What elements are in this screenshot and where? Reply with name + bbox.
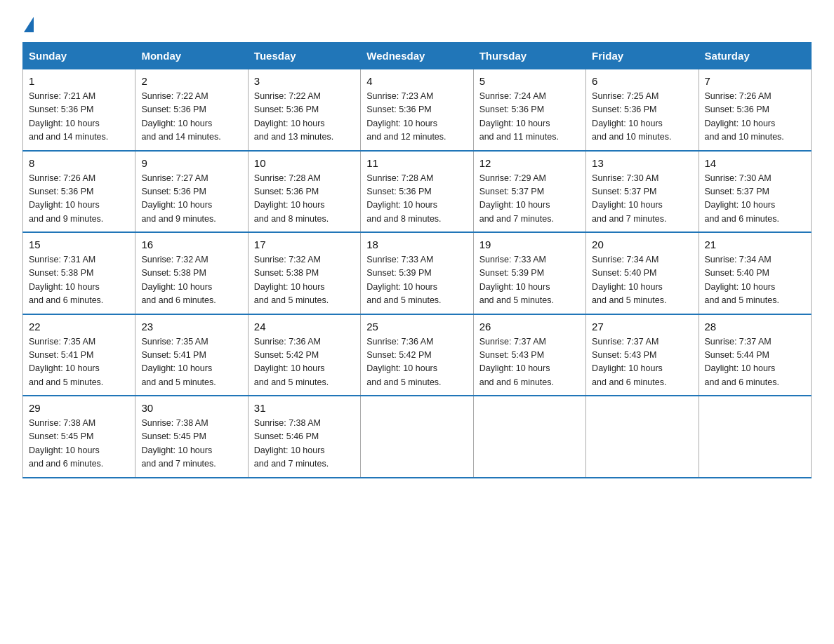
calendar-cell: 7Sunrise: 7:26 AMSunset: 5:36 PMDaylight… — [699, 69, 811, 151]
weekday-header-sunday: Sunday — [23, 43, 135, 69]
day-info: Sunrise: 7:38 AMSunset: 5:45 PMDaylight:… — [141, 417, 241, 471]
calendar-cell: 13Sunrise: 7:30 AMSunset: 5:37 PMDayligh… — [586, 151, 699, 233]
day-number: 12 — [479, 157, 580, 169]
day-info: Sunrise: 7:24 AMSunset: 5:36 PMDaylight:… — [479, 90, 580, 145]
day-number: 11 — [366, 157, 467, 169]
day-number: 23 — [141, 321, 241, 333]
day-number: 2 — [141, 75, 241, 87]
day-info: Sunrise: 7:34 AMSunset: 5:40 PMDaylight:… — [705, 253, 805, 308]
weekday-header-tuesday: Tuesday — [248, 43, 360, 69]
day-info: Sunrise: 7:25 AMSunset: 5:36 PMDaylight:… — [592, 90, 692, 145]
day-number: 28 — [705, 321, 805, 333]
day-number: 20 — [592, 239, 692, 250]
day-number: 3 — [254, 75, 355, 87]
day-info: Sunrise: 7:22 AMSunset: 5:36 PMDaylight:… — [141, 90, 241, 145]
day-info: Sunrise: 7:26 AMSunset: 5:36 PMDaylight:… — [29, 172, 129, 227]
calendar-cell: 28Sunrise: 7:37 AMSunset: 5:44 PMDayligh… — [699, 314, 811, 396]
calendar-cell: 21Sunrise: 7:34 AMSunset: 5:40 PMDayligh… — [699, 232, 811, 314]
day-info: Sunrise: 7:33 AMSunset: 5:39 PMDaylight:… — [479, 253, 580, 308]
day-info: Sunrise: 7:38 AMSunset: 5:46 PMDaylight:… — [254, 417, 355, 471]
calendar-cell: 26Sunrise: 7:37 AMSunset: 5:43 PMDayligh… — [473, 314, 585, 396]
day-number: 24 — [254, 321, 355, 333]
calendar-cell — [361, 396, 473, 478]
day-number: 30 — [141, 402, 241, 414]
day-info: Sunrise: 7:31 AMSunset: 5:38 PMDaylight:… — [29, 253, 129, 308]
day-info: Sunrise: 7:34 AMSunset: 5:40 PMDaylight:… — [592, 253, 692, 308]
day-number: 8 — [29, 157, 129, 169]
week-row-2: 8Sunrise: 7:26 AMSunset: 5:36 PMDaylight… — [23, 151, 812, 233]
calendar-cell: 20Sunrise: 7:34 AMSunset: 5:40 PMDayligh… — [586, 232, 699, 314]
calendar-cell: 1Sunrise: 7:21 AMSunset: 5:36 PMDaylight… — [23, 69, 135, 151]
day-number: 18 — [366, 239, 467, 250]
calendar-cell: 12Sunrise: 7:29 AMSunset: 5:37 PMDayligh… — [473, 151, 585, 233]
calendar-table: SundayMondayTuesdayWednesdayThursdayFrid… — [22, 42, 812, 478]
weekday-header-row: SundayMondayTuesdayWednesdayThursdayFrid… — [23, 43, 812, 69]
calendar-cell: 23Sunrise: 7:35 AMSunset: 5:41 PMDayligh… — [135, 314, 248, 396]
day-info: Sunrise: 7:30 AMSunset: 5:37 PMDaylight:… — [705, 172, 805, 227]
day-number: 25 — [366, 321, 467, 333]
day-info: Sunrise: 7:30 AMSunset: 5:37 PMDaylight:… — [592, 172, 692, 227]
day-info: Sunrise: 7:36 AMSunset: 5:42 PMDaylight:… — [366, 335, 467, 390]
week-row-3: 15Sunrise: 7:31 AMSunset: 5:38 PMDayligh… — [23, 232, 812, 314]
calendar-cell: 8Sunrise: 7:26 AMSunset: 5:36 PMDaylight… — [23, 151, 135, 233]
day-number: 13 — [592, 157, 692, 169]
calendar-cell: 16Sunrise: 7:32 AMSunset: 5:38 PMDayligh… — [135, 232, 248, 314]
day-number: 27 — [592, 321, 692, 333]
day-info: Sunrise: 7:21 AMSunset: 5:36 PMDaylight:… — [29, 90, 129, 145]
calendar-cell: 2Sunrise: 7:22 AMSunset: 5:36 PMDaylight… — [135, 69, 248, 151]
calendar-cell: 3Sunrise: 7:22 AMSunset: 5:36 PMDaylight… — [248, 69, 360, 151]
day-number: 19 — [479, 239, 580, 250]
week-row-1: 1Sunrise: 7:21 AMSunset: 5:36 PMDaylight… — [23, 69, 812, 151]
day-info: Sunrise: 7:23 AMSunset: 5:36 PMDaylight:… — [366, 90, 467, 145]
calendar-cell: 19Sunrise: 7:33 AMSunset: 5:39 PMDayligh… — [473, 232, 585, 314]
day-number: 14 — [705, 157, 805, 169]
calendar-cell: 22Sunrise: 7:35 AMSunset: 5:41 PMDayligh… — [23, 314, 135, 396]
day-number: 10 — [254, 157, 355, 169]
day-info: Sunrise: 7:35 AMSunset: 5:41 PMDaylight:… — [141, 335, 241, 390]
day-number: 1 — [29, 75, 129, 87]
day-number: 22 — [29, 321, 129, 333]
day-info: Sunrise: 7:36 AMSunset: 5:42 PMDaylight:… — [254, 335, 355, 390]
day-number: 21 — [705, 239, 805, 250]
day-number: 26 — [479, 321, 580, 333]
day-number: 4 — [366, 75, 467, 87]
calendar-cell — [699, 396, 811, 478]
calendar-cell: 9Sunrise: 7:27 AMSunset: 5:36 PMDaylight… — [135, 151, 248, 233]
logo-triangle-icon — [24, 17, 34, 32]
day-info: Sunrise: 7:37 AMSunset: 5:43 PMDaylight:… — [479, 335, 580, 390]
day-info: Sunrise: 7:32 AMSunset: 5:38 PMDaylight:… — [254, 253, 355, 308]
calendar-cell: 6Sunrise: 7:25 AMSunset: 5:36 PMDaylight… — [586, 69, 699, 151]
weekday-header-saturday: Saturday — [699, 43, 811, 69]
day-info: Sunrise: 7:35 AMSunset: 5:41 PMDaylight:… — [29, 335, 129, 390]
calendar-cell: 31Sunrise: 7:38 AMSunset: 5:46 PMDayligh… — [248, 396, 360, 478]
day-number: 9 — [141, 157, 241, 169]
calendar-cell: 29Sunrise: 7:38 AMSunset: 5:45 PMDayligh… — [23, 396, 135, 478]
week-row-4: 22Sunrise: 7:35 AMSunset: 5:41 PMDayligh… — [23, 314, 812, 396]
day-info: Sunrise: 7:28 AMSunset: 5:36 PMDaylight:… — [366, 172, 467, 227]
calendar-cell: 11Sunrise: 7:28 AMSunset: 5:36 PMDayligh… — [361, 151, 473, 233]
day-number: 31 — [254, 402, 355, 414]
calendar-cell: 15Sunrise: 7:31 AMSunset: 5:38 PMDayligh… — [23, 232, 135, 314]
calendar-cell: 30Sunrise: 7:38 AMSunset: 5:45 PMDayligh… — [135, 396, 248, 478]
calendar-cell: 18Sunrise: 7:33 AMSunset: 5:39 PMDayligh… — [361, 232, 473, 314]
weekday-header-monday: Monday — [135, 43, 248, 69]
day-number: 7 — [705, 75, 805, 87]
week-row-5: 29Sunrise: 7:38 AMSunset: 5:45 PMDayligh… — [23, 396, 812, 478]
weekday-header-friday: Friday — [586, 43, 699, 69]
weekday-header-thursday: Thursday — [473, 43, 585, 69]
calendar-cell: 14Sunrise: 7:30 AMSunset: 5:37 PMDayligh… — [699, 151, 811, 233]
day-number: 29 — [29, 402, 129, 414]
calendar-cell: 25Sunrise: 7:36 AMSunset: 5:42 PMDayligh… — [361, 314, 473, 396]
calendar-cell: 4Sunrise: 7:23 AMSunset: 5:36 PMDaylight… — [361, 69, 473, 151]
calendar-cell: 27Sunrise: 7:37 AMSunset: 5:43 PMDayligh… — [586, 314, 699, 396]
day-info: Sunrise: 7:38 AMSunset: 5:45 PMDaylight:… — [29, 417, 129, 471]
day-number: 17 — [254, 239, 355, 250]
calendar-cell: 17Sunrise: 7:32 AMSunset: 5:38 PMDayligh… — [248, 232, 360, 314]
day-info: Sunrise: 7:28 AMSunset: 5:36 PMDaylight:… — [254, 172, 355, 227]
day-info: Sunrise: 7:22 AMSunset: 5:36 PMDaylight:… — [254, 90, 355, 145]
day-number: 6 — [592, 75, 692, 87]
day-info: Sunrise: 7:37 AMSunset: 5:44 PMDaylight:… — [705, 335, 805, 390]
day-info: Sunrise: 7:27 AMSunset: 5:36 PMDaylight:… — [141, 172, 241, 227]
day-number: 15 — [29, 239, 129, 250]
day-info: Sunrise: 7:37 AMSunset: 5:43 PMDaylight:… — [592, 335, 692, 390]
